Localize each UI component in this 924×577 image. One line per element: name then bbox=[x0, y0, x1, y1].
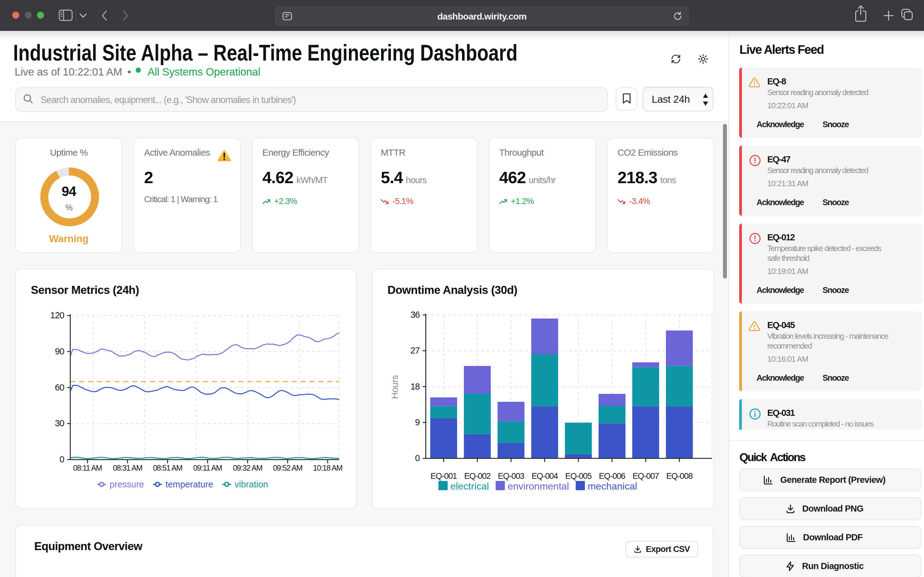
svg-text:0: 0 bbox=[59, 455, 64, 464]
svg-text:mechanical: mechanical bbox=[588, 481, 637, 492]
svg-text:0: 0 bbox=[415, 453, 419, 463]
svg-text:EQ-007: EQ-007 bbox=[633, 472, 659, 481]
svg-text:EQ-005: EQ-005 bbox=[565, 472, 591, 481]
svg-text:27: 27 bbox=[410, 345, 419, 355]
svg-text:EQ-008: EQ-008 bbox=[666, 472, 693, 481]
svg-text:36: 36 bbox=[410, 310, 419, 319]
svg-text:09:11 AM: 09:11 AM bbox=[193, 464, 222, 472]
svg-text:09:32 AM: 09:32 AM bbox=[233, 464, 262, 472]
svg-text:pressure: pressure bbox=[110, 479, 144, 489]
svg-text:60: 60 bbox=[55, 382, 64, 392]
svg-text:9: 9 bbox=[415, 417, 419, 427]
svg-text:EQ-003: EQ-003 bbox=[498, 472, 524, 481]
svg-text:30: 30 bbox=[55, 418, 64, 428]
svg-text:120: 120 bbox=[50, 310, 64, 320]
svg-text:EQ-006: EQ-006 bbox=[599, 472, 625, 481]
svg-text:temperature: temperature bbox=[165, 479, 213, 489]
svg-text:environmental: environmental bbox=[508, 481, 569, 492]
svg-text:08:11 AM: 08:11 AM bbox=[73, 464, 102, 472]
svg-text:09:52 AM: 09:52 AM bbox=[273, 464, 302, 472]
svg-text:EQ-001: EQ-001 bbox=[431, 472, 457, 481]
svg-text:EQ-002: EQ-002 bbox=[464, 472, 490, 481]
svg-text:EQ-004: EQ-004 bbox=[532, 472, 558, 481]
svg-text:90: 90 bbox=[55, 347, 64, 356]
svg-text:08:31 AM: 08:31 AM bbox=[113, 464, 142, 472]
svg-text:08:51 AM: 08:51 AM bbox=[153, 464, 182, 472]
svg-text:electrical: electrical bbox=[450, 481, 489, 492]
svg-text:10:18 AM: 10:18 AM bbox=[313, 464, 342, 472]
svg-text:18: 18 bbox=[410, 382, 419, 392]
svg-text:Hours: Hours bbox=[390, 375, 400, 399]
svg-text:vibration: vibration bbox=[235, 479, 268, 489]
